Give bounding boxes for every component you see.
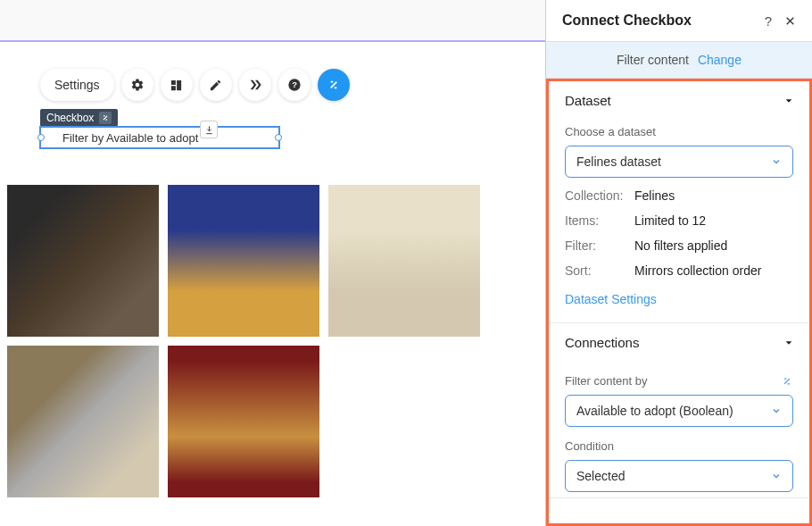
layout-icon[interactable] [161, 69, 193, 101]
panel-close-icon[interactable] [784, 15, 796, 27]
chevron-down-icon [784, 338, 793, 347]
chevron-down-icon [771, 156, 782, 167]
checkbox-input-element[interactable]: Filter by Available to adopt [40, 127, 279, 148]
filter-value: No filters applied [634, 238, 727, 253]
panel-title: Connect Checkbox [562, 13, 692, 29]
shuffle-icon[interactable] [781, 375, 793, 388]
gallery-image[interactable] [168, 346, 319, 497]
condition-value: Selected [576, 469, 625, 483]
image-gallery [7, 185, 480, 497]
help-icon[interactable]: ? [278, 69, 311, 101]
dataset-dropdown[interactable]: Felines dataset [565, 146, 793, 178]
filter-by-label: Filter content by [565, 374, 648, 388]
items-value: Limited to 12 [634, 213, 706, 228]
dataset-section: Dataset Choose a dataset Felines dataset… [549, 81, 809, 323]
filter-content-label: Filter content [617, 53, 689, 67]
collection-key: Collection: [565, 188, 634, 203]
dataset-dropdown-value: Felines dataset [576, 154, 661, 169]
connections-section-header[interactable]: Connections [549, 323, 809, 362]
chevron-down-icon [771, 405, 782, 416]
filter-key: Filter: [565, 238, 634, 253]
checkbox-label-text: Filter by Available to adopt [62, 131, 198, 145]
svg-text:?: ? [292, 80, 297, 89]
panel-header: Connect Checkbox ? [546, 0, 812, 42]
condition-dropdown[interactable]: Selected [565, 460, 793, 492]
condition-field: Condition Selected [549, 432, 809, 497]
page-top-bar [0, 0, 545, 42]
filter-by-value: Available to adopt (Boolean) [576, 404, 733, 418]
settings-button[interactable]: Settings [40, 69, 114, 101]
connect-panel: Connect Checkbox ? Filter content Change… [546, 0, 812, 526]
connections-section: Connections Filter content by Available … [549, 323, 809, 498]
gallery-image[interactable] [7, 185, 159, 337]
sort-key: Sort: [565, 263, 634, 278]
design-icon[interactable] [200, 69, 232, 101]
gallery-image[interactable] [7, 346, 159, 497]
connect-mini-icon [99, 112, 112, 124]
dataset-section-body: Choose a dataset Felines dataset Collect… [549, 120, 809, 322]
gear-icon[interactable] [121, 69, 153, 101]
filter-content-bar: Filter content Change [546, 42, 812, 79]
element-type-label: Checkbox [46, 112, 94, 124]
resize-handle-left[interactable] [37, 134, 45, 141]
connections-section-title: Connections [565, 335, 639, 350]
element-type-badge: Checkbox [40, 109, 118, 127]
items-key: Items: [565, 213, 634, 228]
selected-checkbox-element[interactable]: Checkbox Filter by Available to adopt [40, 109, 279, 148]
canvas[interactable]: Settings ? Checkbox [0, 42, 545, 76]
highlighted-config-area: Dataset Choose a dataset Felines dataset… [546, 79, 812, 526]
condition-label: Condition [565, 439, 793, 453]
filter-by-field: Filter content by Available to adopt (Bo… [549, 362, 809, 432]
chevron-down-icon [771, 471, 782, 481]
canvas-area: Settings ? Checkbox [0, 0, 546, 526]
sort-value: Mirrors collection order [634, 263, 761, 278]
dataset-section-title: Dataset [565, 93, 611, 108]
filter-by-dropdown[interactable]: Available to adopt (Boolean) [565, 395, 793, 427]
action-badge-icon[interactable] [200, 121, 218, 138]
resize-handle-right[interactable] [275, 134, 282, 141]
collection-value: Felines [634, 188, 675, 203]
gallery-image[interactable] [328, 185, 480, 337]
choose-dataset-label: Choose a dataset [565, 125, 793, 138]
animation-icon[interactable] [239, 69, 271, 101]
filter-content-change-link[interactable]: Change [698, 53, 742, 67]
chevron-down-icon [784, 96, 793, 105]
dataset-section-header[interactable]: Dataset [549, 81, 809, 120]
connect-data-icon[interactable] [318, 69, 350, 101]
panel-help-icon[interactable]: ? [765, 13, 772, 29]
gallery-image[interactable] [168, 185, 319, 337]
element-toolbar: Settings ? [40, 69, 350, 101]
dataset-settings-link[interactable]: Dataset Settings [565, 292, 657, 306]
